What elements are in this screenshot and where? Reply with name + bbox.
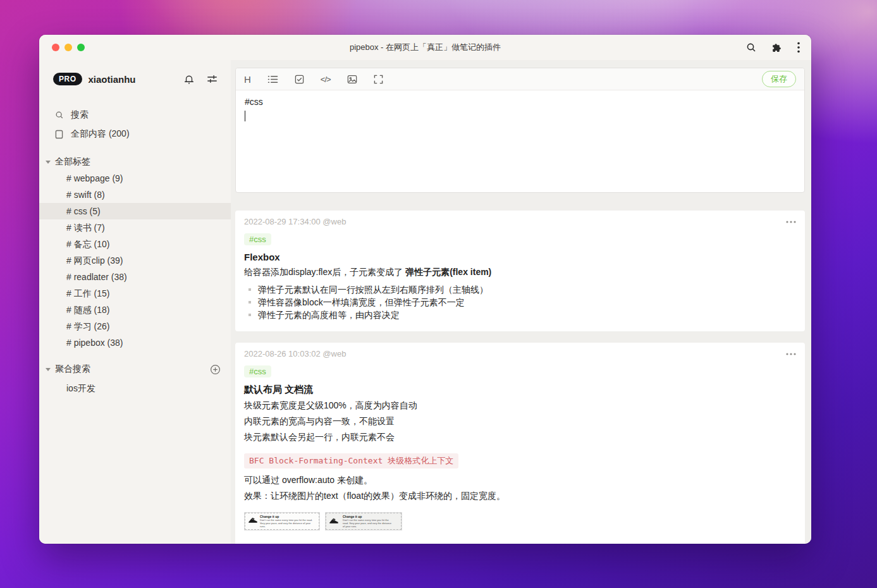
pro-badge: PRO: [53, 73, 82, 85]
note-attachments: Change it up Don't run the same every ti…: [244, 512, 796, 530]
note-text-line: 可以通过 overflow:auto 来创建。: [244, 474, 796, 486]
note-more-icon[interactable]: [786, 353, 796, 355]
note-text-line: 内联元素的宽高与内容一致，不能设置: [244, 415, 796, 427]
note-tag-css[interactable]: #css: [244, 233, 271, 245]
saved-search-section-label: 聚合搜索: [55, 364, 90, 375]
bell-icon[interactable]: [183, 73, 195, 85]
note-text-line: 效果：让环绕图片的text（float的效果）变成非环绕的，固定宽度。: [244, 489, 796, 502]
note-text-line: 块级元素宽度是父级100%，高度为内容自动: [244, 399, 796, 412]
traffic-lights: [52, 44, 85, 51]
sidebar-item-all-content[interactable]: 全部内容 (200): [39, 125, 231, 144]
zoom-window-button[interactable]: [77, 44, 85, 51]
sidebar-tag-webclip[interactable]: # 网页clip (39): [39, 252, 231, 269]
note-card: 2022-08-29 17:34:00 @web #css Flexbox 给容…: [235, 211, 805, 331]
sidebar-header: PRO xiaotianhu: [39, 66, 231, 92]
bullet-item: 弹性子元素的高度相等，由内容决定: [244, 309, 796, 321]
kebab-menu-icon[interactable]: [797, 42, 800, 53]
note-tag-css[interactable]: #css: [244, 365, 271, 377]
heading-icon[interactable]: H: [244, 74, 251, 85]
sidebar-tag-beiwang[interactable]: # 备忘 (10): [39, 236, 231, 252]
note-timestamp: 2022-08-26 10:03:02 @web: [244, 349, 346, 358]
note-card: 2022-08-26 10:03:02 @web #css 默认布局 文档流 块…: [235, 343, 805, 544]
saved-search-ios[interactable]: ios开发: [39, 380, 231, 396]
sidebar-tag-xuexi[interactable]: # 学习 (26): [39, 318, 231, 334]
add-saved-search-button[interactable]: [210, 364, 221, 375]
code-icon[interactable]: </>: [321, 75, 331, 84]
desktop-wallpaper: pipebox - 在网页上「真正」做笔记的插件 PRO xiaotianhu: [0, 0, 877, 588]
sliders-icon[interactable]: [206, 73, 218, 85]
note-bullet-list: 弹性子元素默认在同一行按照从左到右顺序排列（主轴线） 弹性容器像block一样填…: [244, 283, 796, 321]
all-content-label: 全部内容 (200): [71, 128, 130, 140]
sidebar-tag-swift[interactable]: # swift (8): [39, 187, 231, 203]
sidebar-item-search[interactable]: 搜索: [39, 106, 231, 125]
fullscreen-icon[interactable]: [374, 75, 383, 84]
bullet-item: 弹性子元素默认在同一行按照从左到右顺序排列（主轴线）: [244, 283, 796, 296]
sidebar-tag-gongzuo[interactable]: # 工作 (15): [39, 285, 231, 302]
sidebar-tag-css[interactable]: # css (5): [39, 203, 231, 219]
section-all-tags[interactable]: 全部标签: [39, 154, 231, 170]
sidebar: PRO xiaotianhu 搜索: [39, 60, 231, 544]
username: xiaotianhu: [89, 74, 136, 85]
list-icon[interactable]: [267, 75, 278, 84]
thumb-text: Don't run the same every time you hit th…: [343, 518, 392, 528]
close-window-button[interactable]: [52, 44, 59, 51]
inline-code: BFC Block-Formating-Context 块级格式化上下文: [244, 453, 458, 469]
note-editor: H </> 保存: [235, 68, 805, 193]
attachment-image-float-demo[interactable]: Change it up Don't run the same every ti…: [244, 512, 320, 530]
section-saved-search[interactable]: 聚合搜索: [39, 361, 231, 377]
chevron-down-icon: [46, 161, 51, 164]
checkbox-icon[interactable]: [295, 75, 304, 84]
tags-section-label: 全部标签: [55, 156, 90, 168]
note-timestamp: 2022-08-29 17:34:00 @web: [244, 217, 346, 226]
editor-text: #css: [245, 96, 795, 108]
document-icon: [54, 130, 64, 139]
bullet-item: 弹性容器像block一样填满宽度，但弹性子元素不一定: [244, 296, 796, 309]
app-window: pipebox - 在网页上「真正」做笔记的插件 PRO xiaotianhu: [39, 35, 811, 544]
editor-toolbar: H </> 保存: [236, 68, 804, 90]
note-more-icon[interactable]: [786, 221, 796, 223]
note-title: Flexbox: [244, 252, 796, 262]
sidebar-tag-pipebox[interactable]: # pipebox (38): [39, 334, 231, 351]
note-paragraph: 给容器添加display:flex后，子元素变成了 弹性子元素(flex ite…: [244, 266, 796, 278]
minimize-window-button[interactable]: [64, 44, 72, 51]
sidebar-tag-suigan[interactable]: # 随感 (18): [39, 302, 231, 318]
note-title: 默认布局 文档流: [244, 384, 796, 396]
sidebar-tag-dushu[interactable]: # 读书 (7): [39, 219, 231, 236]
search-label: 搜索: [71, 109, 89, 121]
shoe-icon: [248, 515, 258, 527]
attachment-image-bfc-demo[interactable]: Change it up Don't run the same every ti…: [325, 512, 402, 530]
search-icon: [54, 111, 64, 119]
text-cursor: [245, 111, 245, 121]
main-panel: H </> 保存: [231, 60, 811, 544]
save-button[interactable]: 保存: [762, 71, 796, 87]
titlebar-actions: [746, 35, 800, 60]
titlebar[interactable]: pipebox - 在网页上「真正」做笔记的插件: [39, 35, 811, 60]
shoe-icon: [329, 516, 339, 528]
editor-content-area[interactable]: #css: [236, 90, 804, 192]
image-icon[interactable]: [347, 75, 357, 84]
window-title: pipebox - 在网页上「真正」做笔记的插件: [39, 42, 811, 53]
puzzle-extension-icon[interactable]: [771, 42, 782, 53]
note-text-line: 块元素默认会另起一行，内联元素不会: [244, 431, 796, 443]
chevron-down-icon: [46, 368, 51, 371]
sidebar-tag-readlater[interactable]: # readlater (38): [39, 269, 231, 285]
search-icon[interactable]: [746, 42, 756, 52]
sidebar-tag-webpage[interactable]: # webpage (9): [39, 170, 231, 187]
